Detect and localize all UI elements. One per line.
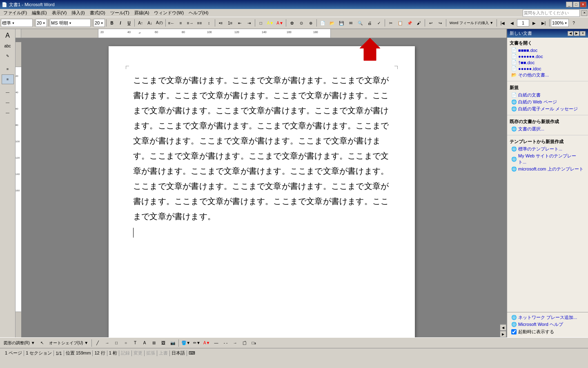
zoom-help-button[interactable]: ? — [569, 18, 578, 27]
draw-textbox-button[interactable]: T — [131, 339, 140, 348]
draw-arrow-button[interactable]: → — [102, 339, 111, 348]
rp-template-myweb[interactable]: 🌐 My Web サイトのテンプレート... — [507, 153, 588, 166]
font-format-button[interactable]: Aの — [155, 18, 164, 27]
open-button[interactable]: 📂 — [327, 18, 336, 27]
rp-nav-back[interactable]: ◀ — [568, 31, 573, 36]
left-btn-7[interactable]: — — [2, 98, 14, 108]
search-close-button[interactable]: ✕ — [581, 10, 587, 16]
nav-prev-button[interactable]: ◀ — [508, 18, 517, 27]
startup-checkbox-label[interactable]: 起動時に表示する — [510, 328, 586, 336]
draw-3d-button[interactable]: □₃ — [249, 339, 258, 348]
italic-button[interactable]: I — [116, 19, 125, 27]
draw-select-button[interactable]: ↖ — [38, 339, 47, 348]
font-shrink-button[interactable]: A↓ — [145, 18, 154, 27]
nav-next-button[interactable]: ▶ — [530, 18, 539, 27]
print-preview-button[interactable]: 🔍 — [356, 18, 365, 27]
draw-diagram-button[interactable]: ⊞ — [149, 339, 158, 348]
draw-line-style-dropdown[interactable]: — — [212, 339, 221, 348]
menu-format[interactable]: 書式(O) — [87, 9, 108, 16]
redo-button[interactable]: ↪ — [436, 18, 445, 27]
draw-autoshape-dropdown[interactable]: オートシェイプ(U) ▼ — [47, 339, 91, 348]
align-right-button[interactable]: ≡→ — [186, 18, 195, 27]
rp-word-help[interactable]: 🌐 Microsoft Word ヘルプ — [510, 321, 586, 328]
font-color-button[interactable]: A▼ — [275, 18, 285, 27]
highlight-button[interactable]: A▼ — [266, 18, 275, 27]
font-size2-dropdown[interactable]: 20 ▼ — [94, 19, 105, 27]
bold-button[interactable]: B — [108, 19, 116, 27]
draw-oval-button[interactable]: ○ — [121, 339, 130, 348]
menu-tools[interactable]: ツール(T) — [108, 9, 132, 16]
draw-shadow-button[interactable]: □̈ — [240, 339, 249, 348]
font-grow-button[interactable]: A↑ — [136, 18, 145, 27]
cut-button[interactable]: ✂ — [386, 18, 395, 27]
copy-button[interactable]: 📋 — [396, 18, 405, 27]
align-left-button[interactable]: ≡← — [167, 18, 176, 27]
menu-window[interactable]: ウィンドウ(W) — [151, 9, 186, 16]
draw-rect-button[interactable]: □ — [112, 339, 121, 348]
print-button[interactable]: 🖨 — [365, 18, 374, 27]
justify-button[interactable]: ≡≡ — [195, 18, 204, 27]
scroll-left-button[interactable]: ◀ — [500, 324, 506, 331]
style-dropdown[interactable]: 標準 ▼ — [1, 19, 33, 27]
menu-file[interactable]: ファイル(F) — [1, 9, 29, 16]
menu-help[interactable]: ヘルプ(H) — [186, 9, 211, 16]
rp-file-2[interactable]: 📄 ●●●●●●.doc — [507, 53, 588, 59]
left-btn-4[interactable]: ≡ — [2, 64, 14, 74]
rp-nav-fwd[interactable]: ▶ — [574, 31, 579, 36]
scroll-right-button[interactable]: ▶ — [500, 331, 506, 337]
draw-line-color-dropdown[interactable]: ✏▼ — [192, 339, 202, 348]
format-painter-button[interactable]: 🖌 — [414, 18, 423, 27]
rp-template-standard[interactable]: 🌐 標準のテンプレート... — [507, 146, 588, 153]
page-content[interactable]: ここまで文章が書けます。ここまで文章が書けます。ここまで文章が書けます。ここまで… — [133, 73, 390, 241]
draw-wordart-button[interactable]: A — [140, 339, 149, 348]
bullet-list-button[interactable]: •≡ — [216, 18, 225, 27]
more2-button[interactable]: ⊙ — [297, 18, 306, 27]
rp-file-1[interactable]: 📄 ■■■■.doc — [507, 47, 588, 53]
nav-end-button[interactable]: ▶| — [539, 18, 548, 27]
rp-blank-doc[interactable]: 📄 白紙の文書 — [507, 92, 588, 99]
menu-view[interactable]: 表示(V) — [49, 9, 69, 16]
underline-button[interactable]: U — [125, 19, 133, 27]
draw-font-color-dropdown[interactable]: A▼ — [202, 339, 212, 348]
menu-insert[interactable]: 挿入(I) — [69, 9, 87, 16]
draw-dash-dropdown[interactable]: - - — [221, 339, 230, 348]
more3-button[interactable]: ⊕ — [306, 18, 315, 27]
align-center-button[interactable]: ≡ — [176, 18, 185, 27]
draw-fill-dropdown[interactable]: 🪣▼ — [180, 339, 192, 348]
left-btn-3[interactable]: ✎ — [2, 51, 14, 61]
menu-table[interactable]: 罫線(A) — [132, 9, 152, 16]
more1-button[interactable]: ✿ — [287, 18, 296, 27]
draw-image-button[interactable]: 📷 — [168, 339, 177, 348]
left-btn-6[interactable]: — — [2, 88, 14, 97]
draw-adjust-dropdown[interactable]: 図形の調整(R) ▼ — [2, 339, 37, 348]
rp-close[interactable]: ✕ — [580, 31, 586, 36]
new-button[interactable]: 📄 — [318, 18, 327, 27]
draw-arrow-style-dropdown[interactable]: → — [231, 339, 240, 348]
decrease-indent-button[interactable]: ⇤ — [235, 18, 244, 27]
left-btn-2[interactable]: abc — [2, 41, 14, 51]
rp-file-3[interactable]: 📄 †■■.doc — [507, 59, 588, 65]
increase-indent-button[interactable]: ⇥ — [245, 18, 254, 27]
maximize-button[interactable]: □ — [573, 2, 579, 7]
line-spacing-button[interactable]: ↕ — [205, 18, 214, 27]
undo-button[interactable]: ↩ — [426, 18, 435, 27]
doc-container[interactable]: 20 40 60 80 100 120 140 160 180 ⌐ — [16, 29, 506, 337]
rp-file-4[interactable]: 📄 ●●●●●.idoc — [507, 65, 588, 72]
left-btn-1[interactable]: A — [2, 31, 14, 40]
zoom-dropdown[interactable]: 100% ▼ — [551, 19, 569, 27]
page-number-input[interactable] — [517, 19, 529, 27]
email-button[interactable]: ✉ — [346, 18, 355, 27]
draw-line-button[interactable]: ╱ — [93, 339, 102, 348]
rp-blank-email[interactable]: 🌐 白紙の電子メール メッセージ — [507, 105, 588, 112]
rp-template-mscom[interactable]: 🌐 microsoft.com 上のテンプレート — [507, 166, 588, 173]
save-button[interactable]: 💾 — [337, 18, 346, 27]
draw-clipart-button[interactable]: 🖼 — [159, 339, 168, 348]
rp-more-docs[interactable]: 📂 その他の文書... — [507, 72, 588, 79]
left-btn-5[interactable]: ≡ — [2, 74, 14, 84]
minimize-button[interactable]: _ — [566, 2, 572, 7]
close-button[interactable]: ✕ — [580, 2, 586, 7]
word-field-dropdown[interactable]: Word フィールドの挿入 ▼ — [448, 18, 494, 27]
spell-button[interactable]: ✓ — [374, 18, 383, 27]
number-list-button[interactable]: 1≡ — [226, 18, 235, 27]
left-btn-8[interactable]: — — [2, 108, 14, 118]
